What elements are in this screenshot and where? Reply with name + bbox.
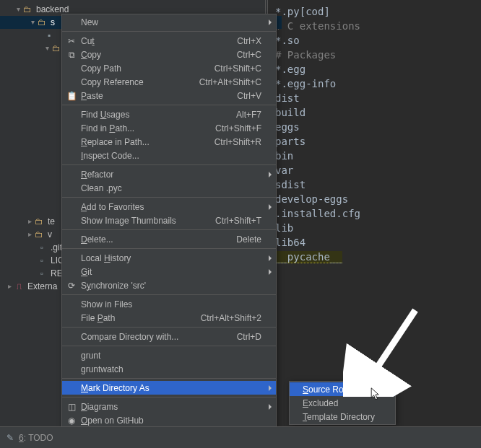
tree-label: Externa	[27, 280, 57, 293]
submenu-item-template-directory[interactable]: Template Directory	[290, 410, 395, 423]
submenu-item-excluded[interactable]: Excluded	[290, 396, 395, 410]
menu-item-shortcut: Ctrl+Shift+F	[215, 123, 261, 133]
menu-item-shortcut: Ctrl+D	[237, 332, 261, 342]
menu-item-label: Inspect Code...	[81, 151, 261, 161]
menu-item-diagrams[interactable]: ◫Diagrams	[62, 400, 276, 413]
folder-icon: 🗀	[33, 215, 45, 228]
blank-icon	[65, 299, 78, 310]
file-icon: ▫	[36, 254, 48, 267]
menu-item-label: grunt	[81, 351, 261, 361]
menu-separator	[62, 248, 276, 249]
menu-item-copy-path[interactable]: Copy PathCtrl+Shift+C	[62, 61, 276, 75]
menu-item-shortcut: Ctrl+Shift+T	[215, 216, 261, 226]
menu-item-find-usages[interactable]: Find UsagesAlt+F7	[62, 107, 276, 121]
editor-line: eggs	[275, 120, 474, 134]
editor-line: # Packages	[275, 48, 474, 62]
menu-item-label: Find Usages	[81, 110, 236, 120]
todo-icon: ✎	[4, 432, 16, 444]
menu-item-label: Diagrams	[81, 402, 261, 412]
menu-item-new[interactable]: New	[62, 15, 276, 29]
menu-item-label: Replace in Path...	[81, 137, 214, 147]
folder-icon: 🗀	[36, 16, 48, 29]
file-icon: ▫	[36, 241, 48, 254]
blank-icon	[65, 382, 78, 394]
context-menu: New✂CutCtrl+X⧉CopyCtrl+CCopy PathCtrl+Sh…	[61, 14, 277, 442]
menu-item-label: Copy Path	[81, 63, 214, 74]
blank-icon	[65, 76, 78, 88]
folder-icon: 🗀	[33, 228, 45, 241]
submenu-item-label: Excluded	[303, 398, 381, 408]
menu-item-label: Copy	[81, 50, 237, 60]
blank-icon	[65, 183, 78, 194]
menu-item-label: Clean .pyc	[81, 183, 261, 193]
github-icon: ◉	[65, 415, 78, 426]
menu-separator	[62, 229, 276, 230]
menu-item-find-in-path[interactable]: Find in Path...Ctrl+Shift+F	[62, 121, 276, 135]
editor-line: *.so	[275, 33, 474, 48]
blank-icon	[65, 234, 78, 245]
menu-item-shortcut: Delete	[236, 234, 261, 245]
blank-icon	[65, 350, 78, 361]
mark-directory-submenu: Source RootExcludedTemplate Directory	[289, 381, 396, 425]
menu-item-copy[interactable]: ⧉CopyCtrl+C	[62, 48, 276, 61]
menu-item-inspect-code[interactable]: Inspect Code...	[62, 149, 276, 162]
menu-item-add-to-favorites[interactable]: Add to Favorites	[62, 200, 276, 214]
library-icon: ⎍	[13, 280, 25, 293]
menu-item-label: Show Image Thumbnails	[81, 216, 215, 226]
menu-item-shortcut: Ctrl+X	[237, 36, 261, 46]
editor-line: develop-eggs	[275, 192, 474, 206]
menu-item-local-history[interactable]: Local History	[62, 251, 276, 265]
menu-item-label: Copy Reference	[81, 77, 199, 87]
menu-item-grunt[interactable]: grunt	[62, 348, 276, 362]
menu-item-git[interactable]: Git	[62, 265, 276, 278]
file-icon: ▫	[36, 267, 48, 280]
menu-item-file-path[interactable]: File PathCtrl+Alt+Shift+2	[62, 311, 276, 325]
chevron-down-icon: ▾	[29, 16, 36, 29]
menu-item-cut[interactable]: ✂CutCtrl+X	[62, 34, 276, 48]
menu-item-shortcut: Ctrl+Alt+Shift+2	[201, 313, 261, 323]
menu-item-delete[interactable]: Delete...Delete	[62, 232, 276, 246]
submenu-item-source-root[interactable]: Source Root	[290, 382, 395, 396]
todo-label[interactable]: : TODO	[24, 433, 53, 443]
menu-separator	[62, 105, 276, 105]
menu-item-show-image-thumbnails[interactable]: Show Image ThumbnailsCtrl+Shift+T	[62, 214, 276, 227]
menu-item-shortcut: Ctrl+V	[237, 91, 261, 101]
menu-separator	[62, 31, 276, 32]
menu-item-label: Git	[81, 267, 261, 277]
editor-line: dist	[275, 91, 474, 105]
menu-item-clean-pyc[interactable]: Clean .pyc	[62, 181, 276, 195]
menu-item-label: Find in Path...	[81, 123, 215, 133]
tree-label: te	[48, 215, 55, 228]
editor-line: bin	[275, 149, 474, 163]
editor-line: parts	[275, 134, 474, 149]
status-bar: ✎ 6 : TODO	[0, 426, 481, 448]
chevron-right-icon: ▸	[26, 215, 33, 228]
menu-item-synchronize-src[interactable]: ⟳Synchronize 'src'	[62, 278, 276, 292]
menu-item-copy-reference[interactable]: Copy ReferenceCtrl+Alt+Shift+C	[62, 75, 276, 89]
menu-item-paste[interactable]: 📋PasteCtrl+V	[62, 89, 276, 102]
editor-line: .installed.cfg	[275, 206, 474, 221]
chevron-down-icon: ▾	[43, 42, 51, 55]
menu-item-refactor[interactable]: Refactor	[62, 167, 276, 181]
menu-item-compare-directory-with[interactable]: Compare Directory with...Ctrl+D	[62, 330, 276, 343]
menu-item-replace-in-path[interactable]: Replace in Path...Ctrl+Shift+R	[62, 135, 276, 149]
blank-icon	[65, 136, 78, 148]
menu-item-mark-directory-as[interactable]: Mark Directory As	[62, 381, 276, 395]
editor-line: *.egg-info	[275, 76, 474, 91]
blank-icon	[65, 17, 78, 28]
todo-count-underline[interactable]: 6	[19, 433, 24, 443]
folder-icon: 🗀	[51, 42, 62, 55]
paste-icon: 📋	[65, 90, 78, 102]
menu-item-label: Refactor	[81, 170, 261, 180]
editor-line: *.py[cod]	[275, 4, 474, 19]
submenu-item-label: Source Root	[303, 385, 381, 395]
blank-icon	[65, 252, 78, 264]
menu-item-gruntwatch[interactable]: gruntwatch	[62, 362, 276, 376]
menu-item-open-on-github[interactable]: ◉Open on GitHub	[62, 413, 276, 427]
menu-item-show-in-files[interactable]: Show in Files	[62, 297, 276, 311]
submenu-item-label: Template Directory	[303, 412, 381, 422]
menu-item-label: Open on GitHub	[81, 416, 261, 426]
menu-item-label: gruntwatch	[81, 364, 261, 374]
menu-item-label: Synchronize 'src'	[81, 281, 261, 291]
menu-item-shortcut: Ctrl+Shift+C	[214, 63, 261, 74]
